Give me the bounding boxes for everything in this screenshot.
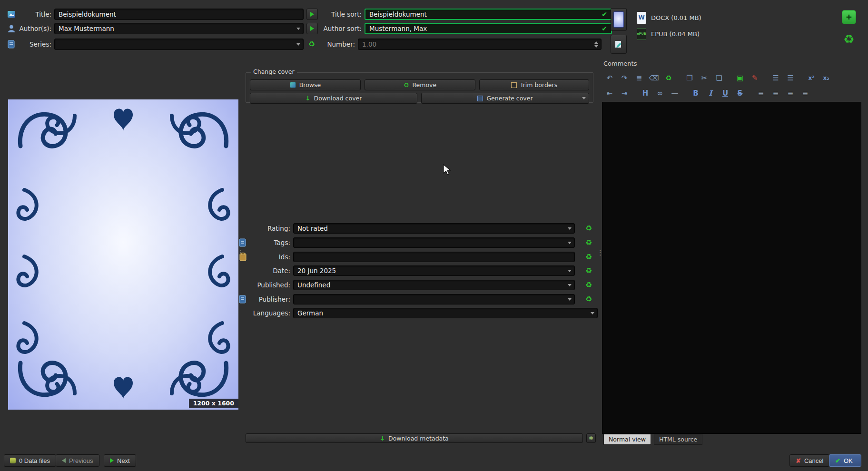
publisher-editor-icon[interactable] [238,294,247,304]
tags-combo[interactable] [293,237,575,248]
author-sort-valid-icon: ✔ [602,25,607,32]
comments-tabs: Normal view HTML source [603,434,702,445]
tab-normal-view[interactable]: Normal view [603,434,651,445]
restore-formats-icon[interactable]: ♻ [843,33,854,45]
cut-icon[interactable]: ✂ [698,72,710,84]
format-item-docx[interactable]: W DOCX (0.01 MB) [634,10,834,26]
authors-combo[interactable]: Max Mustermann [54,23,304,34]
title-input[interactable]: Beispieldokument [54,9,304,20]
languages-dropdown-icon[interactable] [589,309,596,317]
paste-icon[interactable]: ❏ [713,72,725,84]
auto-author-sort-button[interactable] [306,23,318,34]
publisher-label: Publisher: [250,295,290,303]
comments-title: Comments [603,60,637,67]
configure-metadata-download-button[interactable]: ✱ [586,433,596,443]
mouse-cursor [443,164,452,176]
publisher-combo[interactable] [293,294,575,304]
ids-input[interactable] [293,252,575,262]
remove-format-icon[interactable]: ⌫ [648,72,660,84]
title-sort-input[interactable]: Beispieldokument ✔ [365,9,612,20]
download-metadata-button[interactable]: ↓ Download metadata [246,433,583,443]
bold-icon[interactable]: B [690,88,702,99]
align-justify-icon[interactable]: ≡ [799,88,811,99]
align-left-icon[interactable]: ≡ [755,88,767,99]
clear-tags-icon[interactable]: ♻ [585,239,592,246]
download-cover-button[interactable]: ↓ Download cover [250,93,417,104]
clear-date-icon[interactable]: ♻ [585,267,592,275]
edit-cover-button[interactable] [611,35,627,54]
tab-html-source[interactable]: HTML source [654,434,702,445]
background-color-icon[interactable]: ▣ [734,72,746,84]
add-format-button[interactable]: + [842,10,856,24]
rating-dropdown-icon[interactable] [566,225,573,232]
auto-title-sort-button[interactable] [306,9,318,20]
change-cover-row2: ↓ Download cover Generate cover [250,93,589,104]
horizontal-rule-icon[interactable]: — [669,88,681,99]
series-number-input[interactable]: 1.00 [358,39,602,50]
rating-row: Rating: Not rated ♻ [238,223,592,234]
copy-icon[interactable]: ❐ [683,72,696,84]
series-dropdown-icon[interactable] [295,40,302,49]
foreground-color-icon[interactable]: ✎ [749,72,761,84]
publisher-dropdown-icon[interactable] [566,295,573,303]
generate-cover-button[interactable]: Generate cover [421,93,589,104]
tags-dropdown-icon[interactable] [566,239,573,246]
trim-borders-button[interactable]: Trim borders [479,79,589,90]
insert-link-icon[interactable]: ∞ [654,88,666,99]
underline-icon[interactable]: U [719,88,731,99]
browse-icon [290,82,296,88]
date-dropdown-icon[interactable] [566,267,573,275]
indent-icon[interactable]: ⇥ [618,88,631,99]
clear-published-icon[interactable]: ♻ [585,281,592,289]
authors-dropdown-icon[interactable] [295,24,302,33]
cancel-button[interactable]: ✘ Cancel [789,454,829,467]
published-combo[interactable]: Undefined [293,280,575,290]
superscript-icon[interactable]: x² [805,72,818,84]
languages-combo[interactable]: German [293,308,598,318]
unordered-list-icon[interactable]: ☰ [784,72,797,84]
published-dropdown-icon[interactable] [566,281,573,289]
remove-cover-button[interactable]: ♻ Remove [365,79,475,90]
outdent-icon[interactable]: ⇤ [603,88,616,99]
cover-size-badge: 1200 x 1600 [189,399,238,408]
title-row: Title: Beispieldokument Title sort: Beis… [7,9,612,20]
clear-comments-icon[interactable]: ♻ [662,72,675,84]
series-combo[interactable] [54,39,304,50]
data-files-button[interactable]: 0 Data files [4,454,56,467]
italic-icon[interactable]: I [704,88,717,99]
browse-cover-button[interactable]: Browse [250,79,361,90]
redo-icon[interactable]: ↷ [618,72,631,84]
cancel-x-icon: ✘ [796,457,801,464]
next-button[interactable]: Next [104,454,136,467]
number-value: 1.00 [362,40,376,48]
comments-editor[interactable] [602,102,861,434]
series-row: Series: ♻ Number: 1.00 [7,39,602,50]
tags-editor-icon[interactable] [238,238,247,247]
clear-series-icon[interactable]: ♻ [306,40,317,48]
clear-ids-icon[interactable]: ♻ [585,253,592,261]
align-center-icon[interactable]: ≡ [769,88,782,99]
clear-rating-icon[interactable]: ♻ [585,225,592,232]
subscript-icon[interactable]: x₂ [820,72,832,84]
select-all-icon[interactable]: ≣ [633,72,645,84]
undo-icon[interactable]: ↶ [603,72,616,84]
ok-button[interactable]: ✔ OK [829,454,861,467]
heading-icon[interactable]: H [639,88,651,99]
ordered-list-icon[interactable]: ☰ [769,72,782,84]
generate-cover-dropdown-icon[interactable] [580,94,588,102]
strikethrough-icon[interactable]: S [734,88,746,99]
number-spinner[interactable] [593,40,600,49]
format-item-epub[interactable]: ePUB EPUB (0.04 MB) [634,26,834,42]
cover-preview-button[interactable] [611,8,627,31]
clear-publisher-icon[interactable]: ♻ [585,295,592,303]
next-arrow-icon [110,458,114,463]
rating-combo[interactable]: Not rated [293,223,575,234]
align-right-icon[interactable]: ≡ [784,88,797,99]
book-cover[interactable]: 1200 x 1600 [8,99,238,410]
date-combo[interactable]: 20 Jun 2025 [293,265,575,276]
author-sort-input[interactable]: Mustermann, Max ✔ [365,23,612,34]
paste-identifier-icon[interactable] [238,252,247,262]
data-files-icon [10,458,16,463]
previous-button[interactable]: Previous [56,454,99,467]
published-row: Published: Undefined ♻ [238,280,592,290]
